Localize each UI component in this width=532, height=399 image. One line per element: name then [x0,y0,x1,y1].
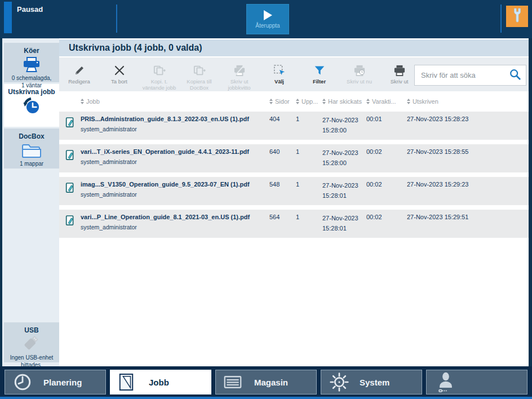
printer-receipt-icon [233,64,246,77]
status-accent-bar [4,2,12,33]
select-marquee-icon [273,64,286,77]
job-pages: 640 [269,148,296,172]
copy-to-pending-button[interactable]: Kopi. t. väntande jobb [139,57,179,91]
job-copies: 1 [296,181,322,205]
job-list: PRIS...Administration_guide_8.1.3_2022-0… [59,112,529,238]
job-printed: 27-Nov-2023 15:28:55 [407,148,529,172]
resume-button-label: Återuppta [255,23,280,29]
job-printed: 27-Nov-2023 15:28:23 [407,116,529,140]
column-header-pages[interactable]: Sidor [269,98,296,105]
job-sent: 27-Nov-2023 15:28:00 [322,148,366,172]
bottom-tabs: Planering Jobb Magasin [5,370,527,394]
tab-user-login[interactable] [426,370,527,394]
table-row[interactable]: imag...S_V1350_Operation_guide_9.5_2023-… [59,177,529,205]
delete-button[interactable]: Ta bort [99,57,139,91]
filter-button[interactable]: Filter [299,57,339,91]
search-icon[interactable] [509,68,521,83]
user-key-icon [435,371,457,393]
maintenance-button[interactable] [506,6,528,27]
select-label: Välj [274,78,284,85]
job-owner: system_administrator [81,191,269,198]
tab-system[interactable]: System [321,370,422,394]
job-owner: system_administrator [81,158,269,165]
tab-planning-label: Planering [43,378,82,387]
clock-icon [13,373,36,392]
printer-status-text: Pausad [17,5,43,14]
tab-magazine-label: Magasin [254,378,288,387]
copy-to-docbox-label: Kopiera till DocBox [187,78,211,91]
sidebar-item-printed-jobs[interactable]: Utskrivna jobb [4,84,59,127]
job-copies: 1 [296,116,322,140]
job-pages: 404 [269,116,296,140]
job-duration: 00:02 [366,148,407,172]
column-header-sent[interactable]: Har skickats [322,98,366,105]
column-header-copies[interactable]: Upp... [296,98,322,105]
gear-icon [329,372,352,392]
table-header: Jobb Sidor Upp... Har skickats Varakti..… [59,91,529,112]
job-printed: 27-Nov-2023 15:29:51 [407,214,529,238]
tab-magazine[interactable]: Magasin [215,370,317,394]
job-owner: system_administrator [81,224,269,230]
bottom-accent-strip [0,397,532,399]
usb-stick-icon [4,336,59,353]
tab-jobs[interactable]: Jobb [110,370,211,394]
delete-label: Ta bort [111,78,127,85]
tab-jobs-label: Jobb [149,378,169,387]
search-box [414,65,526,86]
tab-system-label: System [360,378,389,387]
document-icon [59,214,81,238]
docbox-status: 1 mappar [4,160,59,167]
tab-planning[interactable]: Planering [5,370,106,394]
column-header-printed[interactable]: Utskriven [407,98,529,105]
usb-title: USB [4,326,59,334]
edit-label: Redigera [68,78,90,85]
job-duration: 00:02 [366,181,407,205]
sort-icon [366,99,370,104]
job-name: vari...T_iX-series_EN_Operation_guide_4.… [81,148,269,155]
toolbar: Redigera Ta bort Kopi. t. väntande jobb [59,57,529,91]
table-row[interactable]: PRIS...Administration_guide_8.1.3_2022-0… [59,112,529,140]
job-sent: 27-Nov-2023 15:28:01 [322,181,366,205]
printer-clock-icon [353,64,366,77]
main-panel: Utskrivna jobb (4 jobb, 0 valda) Rediger… [59,38,529,366]
job-pages: 548 [269,181,296,205]
search-input[interactable] [421,71,509,79]
job-duration: 00:02 [366,214,407,238]
sort-icon [322,99,326,104]
sidebar-item-docbox[interactable]: DocBox 1 mappar [4,128,59,169]
sidebar-item-usb[interactable]: USB Ingen USB-enhet hittades. [4,322,59,362]
print-now-button[interactable]: Skriv ut nu [339,57,379,91]
filter-label: Filter [313,78,326,85]
job-sent: 27-Nov-2023 15:28:00 [322,116,366,140]
sidebar-item-queues[interactable]: Köer 0 schemalagda, 1 väntar [4,43,59,82]
print-button[interactable]: Skriv ut [379,57,419,91]
resume-button[interactable]: Återuppta [246,4,289,34]
document-icon [59,116,81,140]
print-receipt-label: Skriv ut jobbkvitto [228,78,250,91]
job-sent: 27-Nov-2023 15:28:01 [322,214,366,238]
top-status-bar: Pausad Återuppta [0,0,532,38]
tray-stack-icon [224,375,246,389]
copy-icon [193,64,206,77]
table-row[interactable]: vari...T_iX-series_EN_Operation_guide_4.… [59,144,529,172]
folder-icon [4,142,59,159]
document-icon [59,181,81,205]
sort-icon [296,99,299,104]
column-header-duration[interactable]: Varakti... [366,98,407,105]
job-name: vari...P_Line_Operation_guide_8.1_2021-0… [81,214,269,220]
copy-icon [153,64,166,77]
page-title: Utskrivna jobb (4 jobb, 0 valda) [59,39,529,56]
sort-icon [269,99,273,104]
printer-icon [4,56,59,73]
job-name: imag...S_V1350_Operation_guide_9.5_2023-… [81,181,269,188]
job-copies: 1 [296,214,322,238]
copy-to-docbox-button[interactable]: Kopiera till DocBox [179,57,219,91]
edit-button[interactable]: Redigera [59,57,99,91]
select-button[interactable]: Välj [259,57,299,91]
table-row[interactable]: vari...P_Line_Operation_guide_8.1_2021-0… [59,210,529,238]
sidebar: Köer 0 schemalagda, 1 väntar Utskrivna j… [2,38,59,366]
printer-icon [393,64,406,77]
column-header-job[interactable]: Jobb [81,98,269,105]
x-icon [114,64,125,77]
print-receipt-button[interactable]: Skriv ut jobbkvitto [219,57,259,91]
